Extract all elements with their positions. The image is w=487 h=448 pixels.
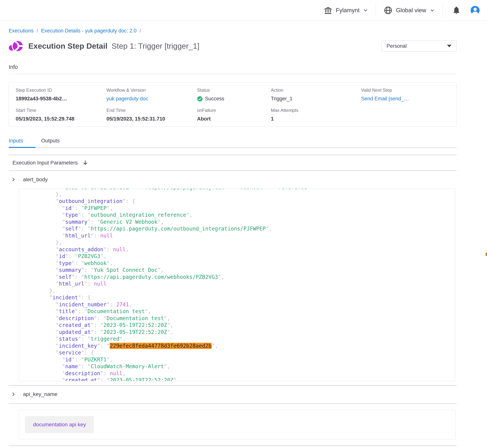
info-field-workflow-version: Workflow & Version yuk pagerduty doc — [106, 88, 197, 102]
code-line: "self": "https://api.pagerduty.com/webho… — [30, 274, 455, 281]
scope-selector-value: Personal — [387, 43, 407, 49]
expander-api-key-value[interactable]: api_key_value — [9, 446, 457, 448]
main-content: Executions / Execution Details - yuk pag… — [0, 28, 487, 448]
chevron-down-icon — [363, 8, 368, 13]
info-field-onfailure: onFailure Abort — [197, 108, 271, 122]
code-line: "name": "CloudWatch-Memory-Alert", — [30, 363, 455, 370]
check-circle-icon — [197, 96, 203, 102]
divider — [9, 403, 457, 404]
status-badge: Success — [205, 96, 224, 102]
code-line: "summary": "Generic V2 Webhook", — [30, 219, 455, 226]
code-line: "2023-05-19T22:52:20Z" "https://api.page… — [30, 189, 455, 191]
code-line: "created_at": "2023-05-19T22:52:20Z", — [30, 322, 455, 329]
code-line: "description": "Documentation test", — [30, 315, 455, 322]
code-line: }, — [30, 191, 455, 198]
code-line: "status": "triggered", — [30, 336, 455, 343]
info-heading: Info — [9, 64, 457, 74]
view-menu[interactable]: Global view — [383, 6, 435, 15]
breadcrumb-execution-details[interactable]: Execution Details - yuk pagerduty doc: 2… — [41, 28, 137, 34]
caret-down-icon — [447, 45, 452, 47]
info-field-action: Action Trigger_1 — [271, 88, 361, 102]
avatar-icon — [470, 6, 480, 15]
info-field-max-attempts: Max Attempts 1 — [271, 108, 361, 122]
top-bar: Fylamynt Global view — [0, 0, 487, 21]
api-key-name-chip: documentation api key — [25, 416, 94, 433]
org-menu-label: Fylamynt — [336, 7, 360, 14]
breadcrumb-separator: / — [37, 28, 38, 34]
code-line: "self": "https://api.pagerduty.com/outbo… — [30, 225, 455, 232]
code-line: "type": "outbound_integration_reference"… — [30, 212, 455, 219]
bank-icon — [324, 6, 333, 15]
scope-selector[interactable]: Personal — [381, 40, 457, 51]
code-line: "id": "PZB2VG3", — [30, 253, 455, 260]
expander-label: alert_body — [23, 176, 48, 183]
tabs: Inputs Outputs — [9, 135, 457, 148]
page-title: Execution Step Detail — [28, 42, 107, 51]
breadcrumb-executions[interactable]: Executions — [9, 28, 34, 34]
code-line: "service": { — [30, 349, 455, 356]
view-menu-label: Global view — [396, 7, 426, 14]
info-field-status: Status Success — [197, 88, 271, 102]
code-lines: "2023-05-19T22:52:20Z" "https://api.page… — [19, 189, 455, 381]
code-line: "created_at": "2023-05-19T22:52:20Z", — [30, 377, 455, 381]
code-line: "accounts_addon": null, — [30, 246, 455, 253]
breadcrumb: Executions / Execution Details - yuk pag… — [9, 28, 457, 34]
execution-input-parameters-header: Execution Input Parameters — [9, 155, 457, 170]
execution-input-parameters-label: Execution Input Parameters — [12, 160, 78, 166]
alert-body-json-viewer[interactable]: "2023-05-19T22:52:20Z" "https://api.page… — [19, 189, 455, 381]
title-row: Execution Step Detail Step 1: Trigger [t… — [9, 39, 457, 53]
breadcrumb-separator: / — [139, 28, 141, 34]
code-line: }, — [30, 288, 455, 295]
code-line: "outbound_integration": { — [30, 198, 455, 205]
workflow-step-icon — [9, 39, 24, 53]
divider — [442, 5, 443, 16]
code-line: "id": "PUZKRT1", — [30, 356, 455, 363]
page-subtitle: Step 1: Trigger [trigger_1] — [112, 42, 199, 51]
info-field-end-time: End Time 05/19/2023, 15:52:31.710 — [106, 108, 197, 122]
api-key-name-panel: documentation api key — [19, 410, 456, 439]
code-line: "description": null, — [30, 370, 455, 377]
arrow-down-icon[interactable] — [82, 160, 88, 166]
info-field-step-execution-id: Step Execution ID 18992a43-9538-4b2… — [16, 88, 106, 102]
code-line: }, — [30, 239, 455, 246]
code-line: "id": "PJFWPEP", — [30, 205, 455, 212]
globe-icon — [383, 6, 393, 15]
info-field-valid-next-step: Valid Next Step Send Email [send_… — [361, 88, 456, 102]
expander-alert-body[interactable]: alert_body — [9, 171, 457, 189]
next-step-link[interactable]: Send Email [send_… — [361, 96, 409, 102]
expander-api-key-name[interactable]: api_key_name — [9, 385, 457, 403]
code-line: "summary": "Yuk Spot Connect Doc", — [30, 267, 455, 274]
account-button[interactable] — [470, 6, 480, 15]
code-line: "html_url": null — [30, 280, 455, 288]
tab-outputs[interactable]: Outputs — [41, 135, 60, 147]
code-line: "incident_number": 2741, — [30, 301, 455, 308]
org-menu[interactable]: Fylamynt — [324, 6, 368, 15]
expander-label: api_key_name — [23, 391, 57, 397]
scrollbar-match-indicator — [486, 253, 487, 256]
tab-inputs[interactable]: Inputs — [9, 135, 35, 147]
code-line: "incident": { — [30, 294, 455, 301]
workflow-link[interactable]: yuk pagerduty doc — [106, 96, 148, 102]
chevron-right-icon — [11, 392, 16, 397]
code-line: "updated_at": "2023-05-19T22:52:20Z", — [30, 329, 455, 336]
chevron-right-icon — [11, 177, 16, 182]
bell-icon — [452, 6, 461, 15]
code-line: "html_url": null — [30, 232, 455, 239]
notifications-button[interactable] — [452, 6, 461, 15]
chevron-down-icon — [430, 8, 435, 13]
code-line: "type": "webhook", — [30, 260, 455, 267]
info-field-start-time: Start Time 05/19/2023, 15:52:29.748 — [16, 108, 106, 122]
info-card: Step Execution ID 18992a43-9538-4b2… Wor… — [9, 82, 457, 127]
code-line: "incident_key": "229efec8feda44778d3fe69… — [30, 343, 455, 350]
code-line: "title": "Documentation test", — [30, 308, 455, 315]
